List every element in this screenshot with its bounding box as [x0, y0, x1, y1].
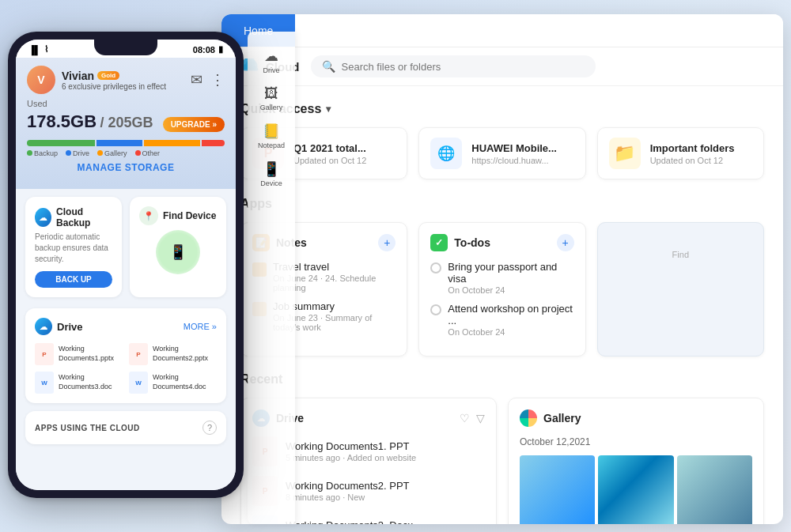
phone-file-4: W Working Documents4.doc — [129, 372, 217, 394]
quick-access-grid: P Q1 2021 total... Updated on Oct 12 🌐 H… — [240, 127, 764, 179]
user-name-row: Vivian Gold — [62, 70, 166, 82]
cloud-header: Cloud 🔍 — [221, 47, 783, 86]
find-device-icon: 📍 — [139, 206, 158, 225]
quick-access-item-folder[interactable]: 📁 Important folders Updated on Oct 12 — [597, 127, 764, 179]
drive-file-meta-2: 8 minutes ago · New — [286, 492, 410, 502]
quick-access-item-web[interactable]: 🌐 HUAWEI Mobile... https://cloud.huaw... — [418, 127, 585, 179]
recent-section: Recent ☁ Drive ♡ ▽ — [240, 372, 764, 524]
cloud-backup-card: ☁ Cloud Backup Periodic automatic backup… — [25, 197, 122, 297]
status-signals: ▐▌ ⌇ — [28, 44, 48, 55]
qa-ppt-name: Q1 2021 total... — [293, 142, 366, 154]
find-partial-card: Find — [597, 222, 764, 357]
gallery-thumb-2[interactable] — [598, 455, 673, 524]
feature-cards-row: ☁ Cloud Backup Periodic automatic backup… — [25, 197, 226, 297]
battery-icon: ▮ — [218, 44, 223, 55]
todo-circle-2[interactable] — [430, 304, 441, 315]
todo-item-2: Attend workshop on project ... On Octobe… — [430, 303, 573, 337]
phone-main-content: ☁ Cloud Backup Periodic automatic backup… — [16, 189, 236, 490]
gallery-grid — [520, 455, 752, 524]
qa-folder-sub: Updated on Oct 12 — [650, 156, 735, 165]
phone-body-outer: ▐▌ ⌇ 08:08 ▮ V Vivian — [8, 32, 244, 498]
apps-using-cloud-section: APPS USING THE CLOUD ? — [25, 411, 226, 444]
todos-title-row: ✓ To-dos — [430, 234, 490, 251]
phone-drive-title: ☁ Drive — [35, 318, 83, 335]
phone-file-name-2: Working Documents2.pptx — [153, 345, 217, 363]
phone-drive-section: ☁ Drive MORE » P Working Documents1.pptx… — [25, 308, 226, 403]
drive-file-meta-1: 5 minutes ago · Added on website — [286, 453, 416, 462]
sidebar-item-gallery[interactable]: 🖼 Gallery — [260, 85, 283, 111]
drive-file-name-2: Working Documents2. PPT — [286, 480, 410, 492]
drive-file-name-1: Working Documents1. PPT — [286, 440, 416, 452]
qa-ppt-sub: Updated on Oct 12 — [293, 156, 366, 165]
gallery-thumb-1[interactable] — [520, 455, 595, 524]
avatar: V — [27, 66, 55, 94]
cloud-backup-icon: ☁ — [35, 208, 51, 227]
main-content: Quick access ▾ P Q1 2021 total... Update… — [221, 86, 783, 524]
gallery-thumb-3[interactable] — [677, 455, 752, 524]
quick-access-heading: Quick access ▾ — [240, 102, 764, 116]
recent-heading: Recent — [240, 372, 764, 387]
find-device-card: 📍 Find Device 📱 — [130, 197, 226, 297]
qa-web-name: HUAWEI Mobile... — [471, 142, 557, 154]
find-device-header: 📍 Find Device — [139, 206, 217, 225]
notes-add-button[interactable]: + — [378, 234, 396, 251]
legend-drive: Drive — [66, 149, 89, 157]
qa-web-text: HUAWEI Mobile... https://cloud.huaw... — [471, 142, 557, 165]
manage-storage-button[interactable]: MANAGE STORAGE — [27, 157, 225, 178]
phone-file-2: P Working Documents2.pptx — [129, 343, 217, 365]
bar-gallery — [144, 140, 201, 146]
sidebar-item-device[interactable]: 📱 Device — [260, 160, 282, 187]
todo-title-1: Bring your passport and visa — [448, 261, 573, 285]
filter-icon[interactable]: ▽ — [476, 412, 485, 424]
todos-add-button[interactable]: + — [557, 234, 574, 251]
window-topbar: Home — [221, 14, 783, 47]
bar-legend: Backup Drive Gallery Other — [27, 149, 225, 157]
find-device-graphic: 📱 — [154, 228, 202, 276]
heart-icon[interactable]: ♡ — [460, 412, 470, 424]
drive-file-text-3: Working Documents3. Docx 7 minutes ago ·… — [286, 519, 413, 524]
sidebar-item-drive[interactable]: ☁ Drive — [263, 47, 279, 74]
qa-web-icon: 🌐 — [430, 138, 462, 169]
apps-using-help-icon[interactable]: ? — [202, 421, 217, 435]
apps-section: Apps 📝 Notes + Travel travel — [240, 197, 764, 357]
wifi-icon: ⌇ — [44, 44, 48, 55]
qa-ppt-text: Q1 2021 total... Updated on Oct 12 — [293, 142, 366, 165]
bar-backup — [27, 140, 95, 146]
gold-badge: Gold — [97, 71, 119, 80]
phone-drive-files: P Working Documents1.pptx P Working Docu… — [35, 343, 217, 394]
apps-heading: Apps — [240, 197, 764, 211]
status-time-battery: 08:08 ▮ — [193, 44, 223, 55]
todo-item-1: Bring your passport and visa On October … — [430, 261, 573, 295]
phone-file-name-3: Working Documents3.doc — [59, 373, 123, 391]
storage-bar — [27, 140, 225, 146]
apps-using-label: APPS USING THE CLOUD — [35, 424, 140, 432]
file-ppt-icon-1: P — [35, 343, 54, 365]
storage-label: Used — [27, 99, 225, 108]
search-input[interactable] — [342, 61, 585, 73]
drive-more-link[interactable]: MORE » — [184, 322, 217, 331]
todos-card: ✓ To-dos + Bring your passport and visa … — [418, 222, 585, 357]
upgrade-button[interactable]: UPGRADE » — [163, 117, 225, 132]
mail-icon[interactable]: ✉ — [191, 71, 202, 89]
cloud-backup-header: ☁ Cloud Backup — [35, 206, 112, 228]
phone-drive-header: ☁ Drive MORE » — [35, 318, 217, 335]
todos-card-header: ✓ To-dos + — [430, 234, 573, 251]
search-bar[interactable]: 🔍 — [311, 55, 596, 77]
drive-file-text-1: Working Documents1. PPT 5 minutes ago · … — [286, 440, 416, 462]
storage-total: / — [100, 115, 108, 130]
gallery-date: October 12,2021 — [520, 436, 752, 447]
backup-button[interactable]: BACK UP — [35, 271, 112, 288]
more-icon[interactable]: ⋮ — [210, 71, 225, 89]
phone-header: V Vivian Gold 6 exclusive privileges in … — [16, 58, 236, 189]
phone-file-name-4: Working Documents4.doc — [153, 373, 217, 391]
todo-circle-1[interactable] — [430, 262, 441, 274]
sidebar-item-notepad[interactable]: 📒 Notepad — [258, 123, 285, 149]
drive-header-actions: ♡ ▽ — [460, 412, 485, 424]
side-panel: ☁ Drive 🖼 Gallery 📒 Notepad 📱 Device — [248, 32, 295, 524]
status-time: 08:08 — [193, 45, 215, 55]
drive-file-name-3: Working Documents3. Docx — [286, 519, 413, 524]
qa-folder-icon: 📁 — [609, 138, 641, 169]
phone-mockup: ▐▌ ⌇ 08:08 ▮ V Vivian — [8, 32, 244, 524]
todos-icon: ✓ — [430, 234, 448, 251]
drive-file-text-2: Working Documents2. PPT 8 minutes ago · … — [286, 480, 410, 502]
